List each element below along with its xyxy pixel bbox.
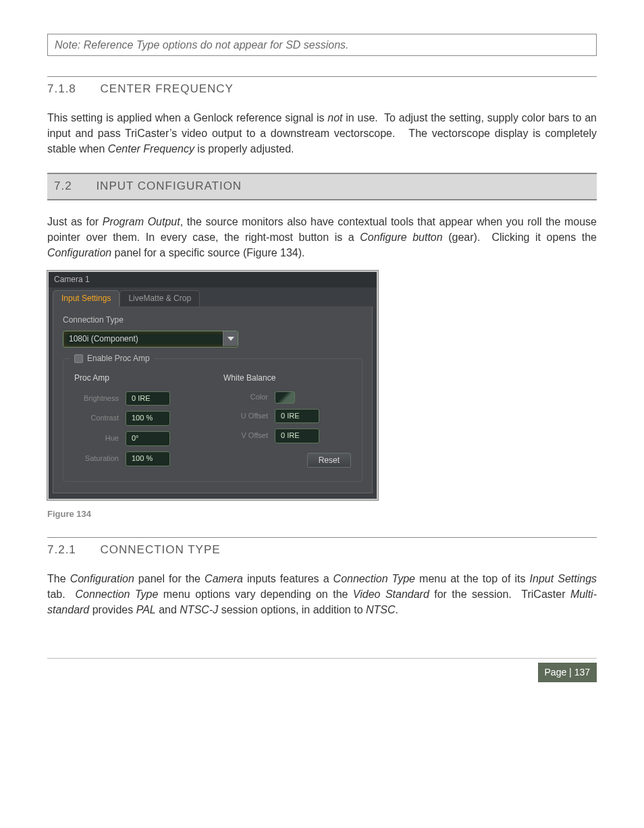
saturation-label: Saturation [74, 453, 119, 464]
v-offset-label: V Offset [223, 431, 268, 441]
color-label: Color [223, 392, 268, 403]
enable-proc-amp-fieldset: Enable Proc Amp Proc Amp Brightness 0 IR… [63, 358, 363, 482]
white-balance-heading: White Balance [223, 372, 351, 384]
section-7-1-8-title: CENTER FREQUENCY [101, 82, 234, 95]
contrast-label: Contrast [74, 413, 119, 424]
section-7-2-1-number: 7.2.1 [47, 542, 76, 559]
hue-value[interactable]: 0° [126, 431, 170, 446]
figure-caption: Figure 134 [47, 508, 597, 521]
u-offset-value[interactable]: 0 IRE [275, 409, 319, 424]
note-text: Note: Reference Type options do not appe… [55, 39, 349, 51]
u-offset-label: U Offset [223, 411, 268, 422]
v-offset-value[interactable]: 0 IRE [275, 429, 319, 443]
reset-button[interactable]: Reset [307, 453, 351, 468]
window-title: Camera 1 [49, 272, 377, 287]
connection-type-dropdown[interactable]: 1080i (Component) [63, 331, 238, 348]
tab-row: Input Settings LiveMatte & Crop [49, 287, 377, 306]
page-footer: Page | 137 [47, 658, 597, 682]
connection-type-label: Connection Type [63, 314, 363, 326]
enable-proc-amp-label: Enable Proc Amp [87, 353, 150, 364]
connection-type-value: 1080i (Component) [63, 331, 144, 347]
white-balance-column: White Balance Color U Offset 0 IRE V Off… [223, 372, 351, 472]
section-7-2-number: 7.2 [54, 178, 72, 195]
tab-input-settings[interactable]: Input Settings [53, 290, 119, 306]
tab-livematte-crop[interactable]: LiveMatte & Crop [119, 290, 200, 306]
svg-marker-0 [227, 337, 234, 341]
tab-body: Connection Type 1080i (Component) Enable… [53, 306, 373, 493]
fieldset-legend: Enable Proc Amp [70, 353, 154, 364]
section-7-2-1-paragraph: The Configuration panel for the Camera i… [47, 571, 597, 618]
section-7-2-title: INPUT CONFIGURATION [96, 180, 242, 192]
hue-label: Hue [74, 433, 119, 444]
section-7-1-8-paragraph: This setting is applied when a Genlock r… [47, 110, 597, 157]
saturation-value[interactable]: 100 % [126, 451, 170, 466]
proc-amp-heading: Proc Amp [74, 372, 202, 384]
section-7-2-paragraph: Just as for Program Output, the source m… [47, 214, 597, 261]
chevron-down-icon [227, 337, 234, 341]
color-swatch[interactable] [275, 391, 295, 404]
section-7-2-1-title: CONNECTION TYPE [101, 543, 221, 556]
section-7-1-8-heading: 7.1.8 CENTER FREQUENCY [47, 76, 597, 98]
screenshot-panel: Camera 1 Input Settings LiveMatte & Crop… [47, 271, 378, 501]
section-7-1-8-number: 7.1.8 [47, 81, 76, 98]
proc-amp-column: Proc Amp Brightness 0 IRE Contrast 100 %… [74, 372, 202, 472]
page-number-badge: Page | 137 [538, 663, 597, 682]
note-box: Note: Reference Type options do not appe… [47, 34, 597, 56]
brightness-label: Brightness [74, 393, 119, 404]
section-7-2-1-heading: 7.2.1 CONNECTION TYPE [47, 537, 597, 559]
section-7-2-heading: 7.2 INPUT CONFIGURATION [47, 173, 597, 200]
dropdown-arrow-button[interactable] [223, 331, 238, 346]
contrast-value[interactable]: 100 % [126, 411, 170, 426]
brightness-value[interactable]: 0 IRE [126, 391, 170, 406]
enable-proc-amp-checkbox[interactable] [74, 354, 83, 363]
